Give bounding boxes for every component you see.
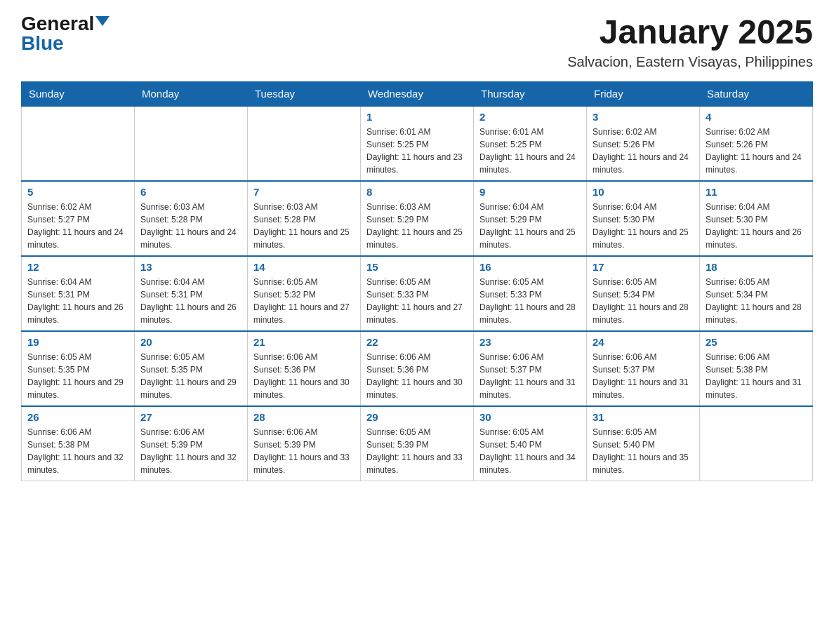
day-info: Sunrise: 6:02 AM Sunset: 5:27 PM Dayligh… [27,201,128,251]
day-number: 12 [27,261,128,273]
day-number: 30 [479,411,581,423]
logo-triangle-icon [95,16,110,26]
calendar-cell: 9Sunrise: 6:04 AM Sunset: 5:29 PM Daylig… [474,181,587,256]
calendar-cell: 24Sunrise: 6:06 AM Sunset: 5:37 PM Dayli… [587,331,700,406]
calendar-cell: 22Sunrise: 6:06 AM Sunset: 5:36 PM Dayli… [361,331,474,406]
day-number: 8 [366,186,468,198]
day-info: Sunrise: 6:05 AM Sunset: 5:33 PM Dayligh… [479,276,581,326]
day-info: Sunrise: 6:06 AM Sunset: 5:36 PM Dayligh… [253,351,355,401]
day-info: Sunrise: 6:06 AM Sunset: 5:37 PM Dayligh… [479,351,581,401]
day-number: 19 [27,336,128,348]
calendar-cell: 8Sunrise: 6:03 AM Sunset: 5:29 PM Daylig… [361,181,474,256]
day-info: Sunrise: 6:05 AM Sunset: 5:35 PM Dayligh… [140,351,241,401]
calendar-cell: 26Sunrise: 6:06 AM Sunset: 5:38 PM Dayli… [22,406,135,481]
day-info: Sunrise: 6:04 AM Sunset: 5:29 PM Dayligh… [479,201,581,251]
calendar-cell: 2Sunrise: 6:01 AM Sunset: 5:25 PM Daylig… [474,106,587,181]
day-info: Sunrise: 6:03 AM Sunset: 5:29 PM Dayligh… [366,201,468,251]
calendar-cell [22,106,135,181]
day-info: Sunrise: 6:01 AM Sunset: 5:25 PM Dayligh… [366,126,468,176]
day-info: Sunrise: 6:06 AM Sunset: 5:38 PM Dayligh… [27,426,128,476]
day-number: 5 [27,186,128,198]
calendar-week-row: 1Sunrise: 6:01 AM Sunset: 5:25 PM Daylig… [22,106,813,181]
calendar-cell [700,406,813,481]
weekday-header-thursday: Thursday [474,81,587,106]
day-number: 16 [479,261,581,273]
calendar-cell: 17Sunrise: 6:05 AM Sunset: 5:34 PM Dayli… [587,256,700,331]
calendar-cell: 3Sunrise: 6:02 AM Sunset: 5:26 PM Daylig… [587,106,700,181]
calendar-cell: 11Sunrise: 6:04 AM Sunset: 5:30 PM Dayli… [700,181,813,256]
weekday-header-monday: Monday [135,81,248,106]
day-info: Sunrise: 6:04 AM Sunset: 5:31 PM Dayligh… [140,276,241,326]
calendar-cell: 1Sunrise: 6:01 AM Sunset: 5:25 PM Daylig… [361,106,474,181]
calendar-cell: 27Sunrise: 6:06 AM Sunset: 5:39 PM Dayli… [135,406,248,481]
calendar-cell: 4Sunrise: 6:02 AM Sunset: 5:26 PM Daylig… [700,106,813,181]
calendar-cell: 14Sunrise: 6:05 AM Sunset: 5:32 PM Dayli… [248,256,361,331]
day-info: Sunrise: 6:05 AM Sunset: 5:33 PM Dayligh… [366,276,468,326]
calendar-week-row: 12Sunrise: 6:04 AM Sunset: 5:31 PM Dayli… [22,256,813,331]
day-number: 29 [366,411,468,423]
day-info: Sunrise: 6:02 AM Sunset: 5:26 PM Dayligh… [706,126,807,176]
day-number: 18 [706,261,807,273]
day-number: 25 [706,336,807,348]
day-number: 9 [479,186,581,198]
weekday-header-sunday: Sunday [22,81,135,106]
day-info: Sunrise: 6:05 AM Sunset: 5:32 PM Dayligh… [253,276,355,326]
calendar-cell: 25Sunrise: 6:06 AM Sunset: 5:38 PM Dayli… [700,331,813,406]
day-number: 20 [140,336,241,348]
calendar-cell: 5Sunrise: 6:02 AM Sunset: 5:27 PM Daylig… [22,181,135,256]
day-number: 15 [366,261,468,273]
day-number: 13 [140,261,241,273]
day-number: 2 [479,111,581,123]
calendar-table: SundayMondayTuesdayWednesdayThursdayFrid… [21,81,813,481]
weekday-header-wednesday: Wednesday [361,81,474,106]
day-info: Sunrise: 6:03 AM Sunset: 5:28 PM Dayligh… [140,201,241,251]
day-info: Sunrise: 6:03 AM Sunset: 5:28 PM Dayligh… [253,201,355,251]
day-info: Sunrise: 6:05 AM Sunset: 5:40 PM Dayligh… [479,426,581,476]
logo-blue: Blue [21,34,64,53]
day-info: Sunrise: 6:04 AM Sunset: 5:30 PM Dayligh… [593,201,694,251]
day-number: 31 [593,411,694,423]
day-info: Sunrise: 6:04 AM Sunset: 5:31 PM Dayligh… [27,276,128,326]
calendar-cell: 19Sunrise: 6:05 AM Sunset: 5:35 PM Dayli… [22,331,135,406]
day-number: 27 [140,411,241,423]
calendar-cell [248,106,361,181]
day-info: Sunrise: 6:05 AM Sunset: 5:39 PM Dayligh… [366,426,468,476]
title-area: January 2025 Salvacion, Eastern Visayas,… [567,14,813,70]
calendar-cell: 30Sunrise: 6:05 AM Sunset: 5:40 PM Dayli… [474,406,587,481]
calendar-cell: 12Sunrise: 6:04 AM Sunset: 5:31 PM Dayli… [22,256,135,331]
day-info: Sunrise: 6:06 AM Sunset: 5:37 PM Dayligh… [593,351,694,401]
calendar-cell: 10Sunrise: 6:04 AM Sunset: 5:30 PM Dayli… [587,181,700,256]
day-number: 1 [366,111,468,123]
day-number: 23 [479,336,581,348]
month-title: January 2025 [567,14,813,51]
day-info: Sunrise: 6:02 AM Sunset: 5:26 PM Dayligh… [593,126,694,176]
day-info: Sunrise: 6:06 AM Sunset: 5:36 PM Dayligh… [366,351,468,401]
logo: General Blue [21,14,110,53]
day-info: Sunrise: 6:06 AM Sunset: 5:39 PM Dayligh… [253,426,355,476]
weekday-header-row: SundayMondayTuesdayWednesdayThursdayFrid… [22,81,813,106]
day-number: 3 [593,111,694,123]
calendar-cell: 23Sunrise: 6:06 AM Sunset: 5:37 PM Dayli… [474,331,587,406]
logo-general: General [21,14,94,34]
day-number: 28 [253,411,355,423]
page-header: General Blue January 2025 Salvacion, Eas… [21,14,813,70]
calendar-cell: 7Sunrise: 6:03 AM Sunset: 5:28 PM Daylig… [248,181,361,256]
calendar-cell: 31Sunrise: 6:05 AM Sunset: 5:40 PM Dayli… [587,406,700,481]
day-info: Sunrise: 6:05 AM Sunset: 5:34 PM Dayligh… [706,276,807,326]
weekday-header-tuesday: Tuesday [248,81,361,106]
day-info: Sunrise: 6:05 AM Sunset: 5:40 PM Dayligh… [593,426,694,476]
day-number: 10 [593,186,694,198]
calendar-week-row: 19Sunrise: 6:05 AM Sunset: 5:35 PM Dayli… [22,331,813,406]
calendar-cell: 18Sunrise: 6:05 AM Sunset: 5:34 PM Dayli… [700,256,813,331]
day-info: Sunrise: 6:01 AM Sunset: 5:25 PM Dayligh… [479,126,581,176]
day-number: 6 [140,186,241,198]
weekday-header-friday: Friday [587,81,700,106]
calendar-cell: 29Sunrise: 6:05 AM Sunset: 5:39 PM Dayli… [361,406,474,481]
calendar-cell: 16Sunrise: 6:05 AM Sunset: 5:33 PM Dayli… [474,256,587,331]
weekday-header-saturday: Saturday [700,81,813,106]
day-info: Sunrise: 6:06 AM Sunset: 5:39 PM Dayligh… [140,426,241,476]
day-info: Sunrise: 6:05 AM Sunset: 5:34 PM Dayligh… [593,276,694,326]
calendar-cell: 13Sunrise: 6:04 AM Sunset: 5:31 PM Dayli… [135,256,248,331]
day-number: 14 [253,261,355,273]
calendar-cell: 20Sunrise: 6:05 AM Sunset: 5:35 PM Dayli… [135,331,248,406]
